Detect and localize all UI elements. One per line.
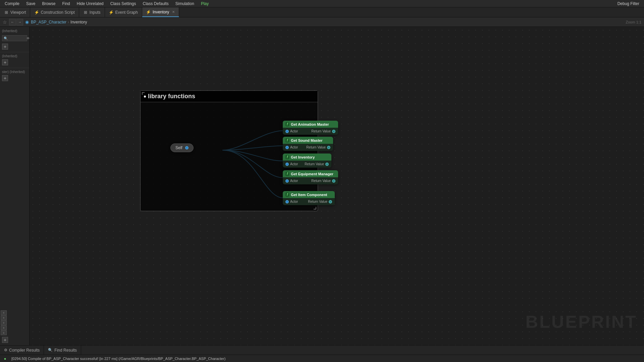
node-title-3: Get Inventory bbox=[291, 155, 315, 159]
zoom-label: Zoom 1:1 bbox=[626, 20, 641, 24]
node-get-sound-master[interactable]: f Get Sound Master Actor Return Value bbox=[283, 137, 333, 151]
node-get-item-component[interactable]: f Get Item Component Actor Return Value bbox=[283, 191, 335, 205]
sidebar-collapse-icon-4[interactable]: ≡ bbox=[1, 325, 7, 330]
add-section-button-1[interactable]: + bbox=[2, 59, 8, 65]
pin-actor-4: Actor bbox=[285, 179, 298, 183]
menu-compile[interactable]: Compile bbox=[1, 1, 23, 7]
breadcrumb-current: Inventory bbox=[70, 20, 87, 24]
compiler-results-label: Compiler Results bbox=[9, 348, 40, 353]
tab-construction-script[interactable]: ⚡ Construction Script bbox=[30, 7, 79, 17]
tab-inventory[interactable]: ⚡ Inventory ✕ bbox=[142, 7, 179, 17]
canvas-area[interactable]: BLUEPRINT library functions Self bbox=[30, 27, 644, 345]
breadcrumb-bar: ☆ ← → ◉ BP_ASP_Character › Inventory Zoo… bbox=[0, 17, 644, 27]
sidebar-collapse-icon-3[interactable]: ≡ bbox=[1, 320, 7, 325]
tab-event-graph[interactable]: ⚡ Event Graph bbox=[105, 7, 142, 17]
return-pin-label-5: Return Value bbox=[308, 200, 327, 203]
inventory-icon: ⚡ bbox=[146, 10, 151, 14]
add-function-button[interactable]: + bbox=[2, 44, 8, 50]
main-layout: (Inherited) 🔍 👁 ▾ + (Inherited) + ster) … bbox=[0, 27, 644, 345]
node-header-animation-master: f Get Animation Master bbox=[283, 121, 338, 128]
pin-return-5: Return Value bbox=[308, 200, 332, 203]
menu-simulation[interactable]: Simulation bbox=[172, 1, 198, 7]
func-icon-5: f bbox=[285, 192, 289, 197]
menu-class-defaults[interactable]: Class Defaults bbox=[139, 1, 172, 7]
tab-viewport[interactable]: ⊞ Viewport bbox=[0, 7, 30, 17]
compiler-results-icon: ⚙ bbox=[4, 348, 7, 352]
blueprint-watermark: BLUEPRINT bbox=[525, 312, 637, 332]
breadcrumb-nav: ← → bbox=[9, 19, 23, 25]
pin-return-right: Return Value bbox=[311, 129, 335, 133]
status-message: [0294.50] Compile of BP_ASP_Character su… bbox=[11, 357, 225, 361]
sidebar-collapse-icon-5[interactable]: ≡ bbox=[1, 330, 7, 335]
back-button[interactable]: ← bbox=[9, 19, 16, 25]
node-header-equipment: f Get Equipment Manager bbox=[283, 170, 338, 177]
menu-find[interactable]: Find bbox=[59, 1, 73, 7]
node-header-inventory: f Get Inventory bbox=[283, 154, 331, 161]
return-pin-dot-2 bbox=[327, 146, 330, 149]
node-body-inventory: Actor Return Value bbox=[283, 161, 331, 168]
actor-pin-dot-2 bbox=[285, 146, 289, 149]
menu-bar: Compile Save Browse Find Hide Unrelated … bbox=[0, 0, 644, 7]
node-header-item-component: f Get Item Component bbox=[283, 191, 335, 198]
search-input[interactable] bbox=[9, 36, 25, 40]
node-get-animation-master[interactable]: f Get Animation Master Actor Return Valu… bbox=[283, 121, 338, 135]
return-pin-label: Return Value bbox=[311, 129, 331, 133]
comment-resize-tl[interactable] bbox=[142, 92, 145, 95]
tab-bar: ⊞ Viewport ⚡ Construction Script ⊞ Input… bbox=[0, 7, 644, 17]
menu-browse[interactable]: Browse bbox=[39, 1, 59, 7]
actor-pin-dot-5 bbox=[285, 200, 289, 203]
tab-close-icon[interactable]: ✕ bbox=[172, 10, 175, 14]
menu-play[interactable]: Play bbox=[198, 1, 212, 7]
sidebar-collapse-icon-1[interactable]: ≡ bbox=[1, 310, 7, 315]
menu-class-settings[interactable]: Class Settings bbox=[107, 1, 140, 7]
construction-icon: ⚡ bbox=[34, 10, 39, 15]
comment-resize-br[interactable] bbox=[314, 207, 316, 209]
pin-actor-left: Actor bbox=[285, 129, 298, 133]
sidebar-collapse-icon-2[interactable]: ≡ bbox=[1, 315, 7, 320]
star-icon[interactable]: ☆ bbox=[3, 19, 7, 25]
comment-box-header: library functions bbox=[141, 91, 318, 102]
bottom-tab-find-results[interactable]: 🔍 Find Results bbox=[44, 346, 81, 355]
actor-pin-label-3: Actor bbox=[290, 162, 298, 166]
actor-pin-label-4: Actor bbox=[290, 179, 298, 183]
sidebar-bottom-icons: ≡ ≡ ≡ ≡ ≡ + bbox=[0, 310, 29, 344]
search-icon: 🔍 bbox=[4, 37, 8, 40]
menu-hide-unrelated[interactable]: Hide Unrelated bbox=[73, 1, 107, 7]
func-icon-3: f bbox=[285, 155, 289, 159]
status-bar: ● [0294.50] Compile of BP_ASP_Character … bbox=[0, 355, 644, 362]
return-pin-dot bbox=[332, 130, 335, 133]
menu-save[interactable]: Save bbox=[23, 1, 39, 7]
actor-pin-label: Actor bbox=[290, 129, 298, 133]
sidebar-vertical-icons: ≡ ≡ ≡ ≡ ≡ bbox=[0, 310, 29, 336]
return-pin-label-2: Return Value bbox=[306, 145, 326, 149]
node-title-4: Get Equipment Manager bbox=[291, 172, 333, 176]
add-section-button-2[interactable]: + bbox=[2, 75, 8, 81]
sidebar-section-1: (Inherited) + bbox=[0, 52, 29, 66]
func-icon: f bbox=[285, 122, 289, 126]
viewport-icon: ⊞ bbox=[4, 10, 9, 15]
debug-filter-label: Debug Filter bbox=[614, 1, 643, 7]
node-get-equipment-manager[interactable]: f Get Equipment Manager Actor Return Val… bbox=[283, 170, 338, 184]
pin-return-3: Return Value bbox=[305, 162, 329, 166]
breadcrumb-separator: › bbox=[68, 20, 69, 24]
node-title-2: Get Sound Master bbox=[291, 138, 322, 142]
inputs-icon: ⊞ bbox=[83, 10, 88, 15]
self-node-label: Self bbox=[175, 145, 182, 150]
tab-inputs[interactable]: ⊞ Inputs bbox=[79, 7, 105, 17]
self-node[interactable]: Self bbox=[170, 143, 194, 152]
blueprint-icon: ◉ bbox=[25, 19, 29, 24]
node-body-equipment: Actor Return Value bbox=[283, 177, 338, 184]
pin-actor-2: Actor bbox=[285, 145, 298, 149]
func-icon-4: f bbox=[285, 172, 289, 176]
pin-return-2: Return Value bbox=[306, 145, 330, 149]
sidebar-search[interactable]: 🔍 👁 ▾ bbox=[2, 35, 27, 41]
pin-return-4: Return Value bbox=[311, 179, 335, 183]
sidebar-item-inherited-2: (Inherited) bbox=[0, 53, 19, 59]
bottom-tab-compiler-results[interactable]: ⚙ Compiler Results bbox=[0, 346, 44, 355]
breadcrumb-root[interactable]: BP_ASP_Character bbox=[31, 20, 66, 24]
node-get-inventory[interactable]: f Get Inventory Actor Return Value bbox=[283, 154, 331, 168]
node-title: Get Animation Master bbox=[291, 122, 329, 126]
add-bottom-button[interactable]: + bbox=[2, 337, 8, 343]
actor-pin-dot-3 bbox=[285, 163, 289, 166]
forward-button[interactable]: → bbox=[16, 19, 23, 25]
